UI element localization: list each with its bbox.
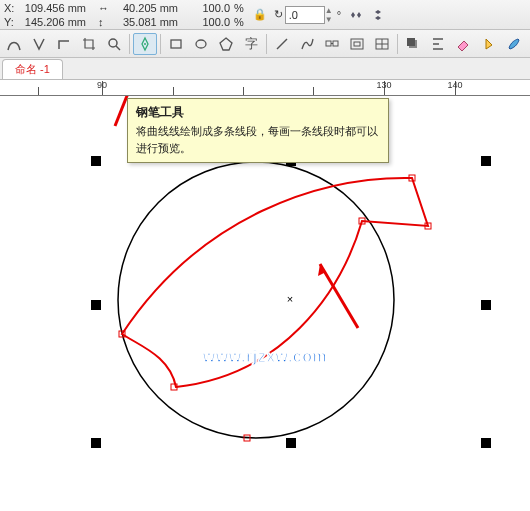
crop-tool-icon[interactable] <box>77 33 101 55</box>
handle-tool-icon[interactable] <box>27 33 51 55</box>
line-tool-icon[interactable] <box>270 33 294 55</box>
scale-x-value[interactable]: 100.0 <box>188 1 234 15</box>
y-label: Y: <box>4 15 18 29</box>
y-value[interactable]: 145.206 mm <box>18 15 90 29</box>
spline-tool-icon[interactable] <box>295 33 319 55</box>
percent-x: % <box>234 1 244 15</box>
grid-tool-icon[interactable] <box>370 33 394 55</box>
svg-point-1 <box>144 43 146 45</box>
pen-tool-icon[interactable] <box>133 33 157 55</box>
document-tab[interactable]: 命名 -1 <box>2 59 63 79</box>
separator <box>129 34 130 54</box>
tooltip-body: 将曲线线绘制成多条线段，每画一条线段时都可以进行预览。 <box>136 123 380 157</box>
selection-handle[interactable] <box>91 438 101 448</box>
rotation-group: ↻ .0 ▲▼ ° <box>274 4 341 26</box>
horizontal-ruler: 90 130 140 <box>0 80 530 96</box>
x-value[interactable]: 109.456 mm <box>18 1 90 15</box>
svg-rect-2 <box>171 40 181 48</box>
scale-group: 100.0 % 100.0 % <box>188 1 244 29</box>
height-value[interactable]: 35.081 mm <box>112 15 180 29</box>
connect-tool-icon[interactable] <box>320 33 344 55</box>
mirror-horizontal-icon[interactable] <box>347 6 365 24</box>
canvas[interactable]: 钢笔工具 将曲线线绘制成多条线段，每画一条线段时都可以进行预览。 × www. <box>0 96 530 511</box>
selection-handle[interactable] <box>481 438 491 448</box>
watermark-text: www.rjzxw.com <box>203 348 327 366</box>
curve-tool-icon[interactable] <box>2 33 26 55</box>
mirror-group <box>347 6 387 24</box>
scale-y-value[interactable]: 100.0 <box>188 15 234 29</box>
svg-rect-4 <box>326 41 331 46</box>
selection-handle[interactable] <box>91 156 101 166</box>
selection-handle[interactable] <box>481 300 491 310</box>
ellipse-tool-icon[interactable] <box>189 33 213 55</box>
annotation-arrow-2 <box>318 264 358 328</box>
degree-symbol: ° <box>337 9 341 21</box>
size-group: ↔ 40.205 mm ↕ 35.081 mm <box>98 1 180 29</box>
polygon-tool-icon[interactable] <box>214 33 238 55</box>
rotation-spinner[interactable]: ▲▼ <box>325 6 337 24</box>
svg-point-0 <box>109 39 117 47</box>
ruler-tick-label: 140 <box>447 80 462 90</box>
x-label: X: <box>4 1 18 15</box>
height-icon: ↕ <box>98 15 112 29</box>
rotate-icon: ↻ <box>274 8 283 21</box>
eraser-tool-icon[interactable] <box>451 33 475 55</box>
svg-point-3 <box>196 40 206 48</box>
percent-y: % <box>234 15 244 29</box>
text-tool-icon[interactable]: 字 <box>239 33 263 55</box>
rectangle-tool-icon[interactable] <box>164 33 188 55</box>
width-icon: ↔ <box>98 1 112 15</box>
svg-rect-5 <box>333 41 338 46</box>
ruler-tick-label: 90 <box>97 80 107 90</box>
separator <box>397 34 398 54</box>
svg-rect-6 <box>351 39 363 49</box>
selection-handle[interactable] <box>286 438 296 448</box>
selection-center: × <box>287 293 293 305</box>
mirror-vertical-icon[interactable] <box>369 6 387 24</box>
corner-tool-icon[interactable] <box>52 33 76 55</box>
property-bar: X: 109.456 mm Y: 145.206 mm ↔ 40.205 mm … <box>0 0 530 30</box>
container-tool-icon[interactable] <box>345 33 369 55</box>
drawing-toolbar: 字 <box>0 30 530 58</box>
svg-rect-10 <box>407 38 415 46</box>
lock-aspect-icon[interactable]: 🔒 <box>252 8 268 21</box>
fill-tool-icon[interactable] <box>476 33 500 55</box>
align-tool-icon[interactable] <box>426 33 450 55</box>
position-group: X: 109.456 mm Y: 145.206 mm <box>4 1 90 29</box>
ruler-tick-label: 130 <box>376 80 391 90</box>
tooltip-title: 钢笔工具 <box>136 104 380 121</box>
separator <box>266 34 267 54</box>
brush-tool-icon[interactable] <box>501 33 525 55</box>
separator <box>160 34 161 54</box>
document-tabs: 命名 -1 <box>0 58 530 80</box>
circle-shape <box>118 162 394 438</box>
shadow-tool-icon[interactable] <box>401 33 425 55</box>
selection-handle[interactable] <box>91 300 101 310</box>
selection-handle[interactable] <box>481 156 491 166</box>
zoom-tool-icon[interactable] <box>102 33 126 55</box>
width-value[interactable]: 40.205 mm <box>112 1 180 15</box>
svg-rect-7 <box>354 42 360 46</box>
pen-tool-tooltip: 钢笔工具 将曲线线绘制成多条线段，每画一条线段时都可以进行预览。 <box>127 98 389 163</box>
rotation-value[interactable]: .0 <box>285 6 325 24</box>
